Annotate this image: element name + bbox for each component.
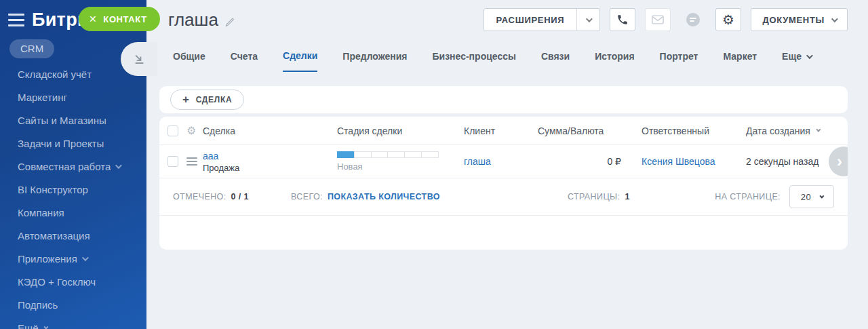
tab-more[interactable]: Еще bbox=[782, 50, 811, 72]
phone-icon bbox=[616, 14, 629, 26]
deal-name-link[interactable]: aaa bbox=[203, 151, 218, 161]
show-count-link[interactable]: ПОКАЗАТЬ КОЛИЧЕСТВО bbox=[328, 192, 440, 201]
chevron-down-icon bbox=[115, 162, 122, 169]
client-link[interactable]: глаша bbox=[464, 156, 491, 167]
stage-segment[interactable] bbox=[421, 151, 439, 158]
sidebar-item-kedo[interactable]: КЭДО + Госключ bbox=[0, 270, 146, 293]
email-button[interactable] bbox=[645, 8, 671, 31]
chat-bubble-icon bbox=[685, 12, 701, 28]
sidebar-item-sites[interactable]: Сайты и Магазины bbox=[0, 109, 146, 132]
chevron-down-icon bbox=[820, 193, 825, 198]
chevron-down-icon bbox=[831, 16, 838, 22]
table-footer: ОТМЕЧЕНО: 0 / 1 ВСЕГО: ПОКАЗАТЬ КОЛИЧЕСТ… bbox=[159, 178, 848, 216]
tab-history[interactable]: История bbox=[595, 50, 634, 72]
row-checkbox[interactable] bbox=[167, 156, 178, 167]
sidebar-item-crm[interactable]: CRM bbox=[9, 39, 54, 58]
total-label: ВСЕГО: bbox=[291, 192, 323, 201]
tab-profile[interactable]: Портрет bbox=[660, 50, 698, 72]
column-header-client[interactable]: Клиент bbox=[464, 125, 538, 136]
sidebar-item-more[interactable]: Ещё bbox=[0, 316, 146, 329]
tab-bizproc[interactable]: Бизнес-процессы bbox=[432, 50, 515, 72]
deals-table: ⚙ Сделка Стадия сделки Клиент Сумма/Валю… bbox=[159, 117, 848, 250]
stage-segment[interactable] bbox=[371, 151, 389, 158]
selected-count: 0 / 1 bbox=[231, 192, 249, 201]
stage-segment[interactable] bbox=[354, 151, 372, 158]
close-icon[interactable]: ✕ bbox=[89, 14, 97, 24]
column-header-created[interactable]: Дата создания bbox=[746, 125, 848, 136]
deal-amount: 0 ₽ bbox=[538, 156, 642, 167]
sidebar-item-bi[interactable]: BI Конструктор bbox=[0, 178, 146, 201]
settings-button[interactable]: ⚙ bbox=[715, 8, 741, 31]
pages-label: СТРАНИЦЫ: bbox=[568, 192, 620, 201]
entity-tabs: Общие Счета Сделки Предложения Бизнес-пр… bbox=[173, 50, 848, 72]
pages-value: 1 bbox=[625, 192, 629, 201]
chevron-down-icon bbox=[82, 254, 89, 261]
stage-segment[interactable] bbox=[337, 151, 355, 158]
add-deal-button[interactable]: + СДЕЛКА bbox=[170, 90, 244, 110]
chevron-down-icon bbox=[806, 52, 813, 59]
table-header-row: ⚙ Сделка Стадия сделки Клиент Сумма/Валю… bbox=[159, 117, 848, 145]
edit-title-icon[interactable] bbox=[225, 11, 234, 32]
stage-label: Новая bbox=[337, 161, 464, 172]
documents-button[interactable]: ДОКУМЕНТЫ bbox=[751, 8, 848, 31]
sidebar-menu: Складской учёт Маркетинг Сайты и Магазин… bbox=[0, 62, 146, 329]
sidebar-item-apps[interactable]: Приложения bbox=[0, 247, 146, 270]
tab-market[interactable]: Маркет bbox=[723, 50, 757, 72]
column-header-amount[interactable]: Сумма/Валюта bbox=[538, 125, 642, 136]
sidebar-collapse-button[interactable] bbox=[121, 42, 157, 76]
deal-category: Продажа bbox=[203, 163, 337, 173]
extensions-dropdown-button[interactable] bbox=[576, 9, 599, 31]
stage-segment[interactable] bbox=[404, 151, 422, 158]
chevron-down-icon bbox=[43, 324, 48, 329]
contact-badge[interactable]: ✕ КОНТАКТ bbox=[79, 7, 160, 31]
row-drag-handle[interactable] bbox=[186, 157, 197, 166]
tab-links[interactable]: Связи bbox=[541, 50, 570, 72]
sidebar-header: Битрикс ✕ КОНТАКТ bbox=[0, 0, 146, 31]
column-header-stage[interactable]: Стадия сделки bbox=[337, 125, 464, 136]
page-title: глаша bbox=[168, 8, 234, 32]
grid-settings-gear-icon[interactable]: ⚙ bbox=[186, 125, 196, 136]
per-page-label: НА СТРАНИЦЕ: bbox=[715, 192, 781, 201]
selected-label: ОТМЕЧЕНО: bbox=[173, 192, 226, 201]
gear-icon: ⚙ bbox=[722, 13, 735, 26]
table-row[interactable]: aaa Продажа Новая глаша 0 ₽ Ксения Швецо… bbox=[159, 145, 848, 178]
per-page-select[interactable]: 20 bbox=[789, 185, 834, 208]
collapse-arrow-icon bbox=[134, 54, 145, 65]
contact-badge-label: КОНТАКТ bbox=[103, 14, 146, 24]
select-all-checkbox[interactable] bbox=[167, 125, 178, 136]
tab-invoices[interactable]: Счета bbox=[231, 50, 258, 72]
stage-segment[interactable] bbox=[387, 151, 405, 158]
entity-header: глаша РАСШИРЕНИЯ ⚙ ДОКУМЕНТЫ bbox=[146, 0, 868, 32]
sidebar-item-tasks[interactable]: Задачи и Проекты bbox=[0, 132, 146, 155]
deals-toolbar: + СДЕЛКА bbox=[159, 86, 848, 113]
tab-quotes[interactable]: Предложения bbox=[342, 50, 407, 72]
tab-deals[interactable]: Сделки bbox=[283, 50, 317, 72]
plus-icon: + bbox=[182, 94, 190, 105]
chat-button[interactable] bbox=[680, 8, 706, 31]
responsible-link[interactable]: Ксения Швецова bbox=[642, 156, 715, 167]
phone-button[interactable] bbox=[610, 8, 635, 31]
column-header-responsible[interactable]: Ответственный bbox=[642, 125, 746, 136]
sidebar-item-collab[interactable]: Совместная работа bbox=[0, 155, 146, 178]
mail-icon bbox=[652, 15, 664, 24]
sort-chevron-icon bbox=[816, 128, 821, 132]
stage-bar[interactable] bbox=[337, 151, 439, 158]
header-actions: РАСШИРЕНИЯ ⚙ ДОКУМЕНТЫ bbox=[484, 8, 848, 31]
main-content: глаша РАСШИРЕНИЯ ⚙ ДОКУМЕНТЫ bbox=[146, 0, 868, 329]
column-header-deal[interactable]: Сделка bbox=[203, 125, 337, 136]
sidebar-item-automation[interactable]: Автоматизация bbox=[0, 224, 146, 247]
tab-general[interactable]: Общие bbox=[173, 50, 205, 72]
hamburger-menu-icon[interactable] bbox=[7, 11, 26, 29]
sidebar-item-company[interactable]: Компания bbox=[0, 201, 146, 224]
chevron-down-icon bbox=[586, 16, 593, 22]
sidebar-item-sign[interactable]: Подпись bbox=[0, 293, 146, 316]
extensions-button[interactable]: РАСШИРЕНИЯ bbox=[484, 8, 601, 31]
sidebar-item-marketing[interactable]: Маркетинг bbox=[0, 85, 146, 109]
